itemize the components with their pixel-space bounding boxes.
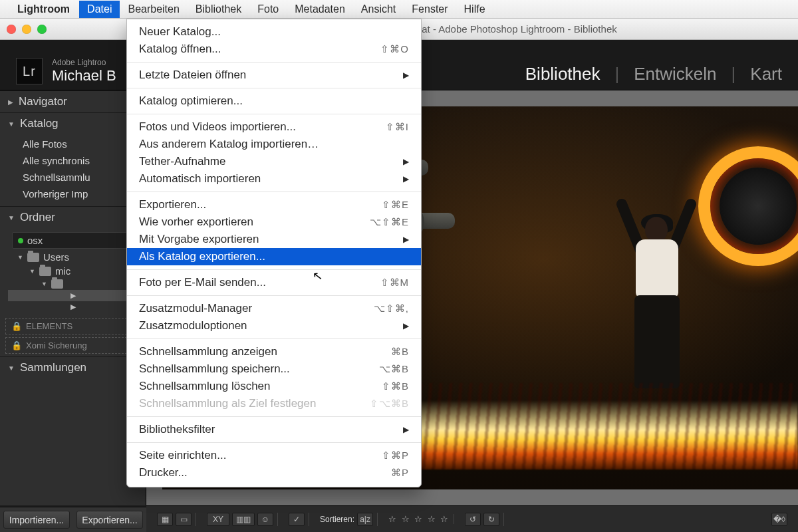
menu-item-label: Katalog öffnen...	[139, 43, 221, 56]
menubar-item-bibliothek[interactable]: Bibliothek	[188, 1, 249, 18]
menu-item[interactable]: Schnellsammlung anzeigen⌘B	[127, 343, 421, 360]
locked-volume[interactable]: 🔒 ELEMENTS	[5, 318, 140, 334]
menubar-item-ansicht[interactable]: Ansicht	[353, 1, 404, 18]
menu-item-label: Schnellsammlung als Ziel festlegen	[139, 397, 316, 410]
folder-row-selected[interactable]: ▶	[8, 290, 146, 301]
folder-row[interactable]: ▼ mic	[8, 264, 146, 278]
submenu-arrow-icon: ▶	[403, 70, 409, 80]
menu-separator	[127, 269, 421, 270]
grid-view-icon[interactable]: ▦	[157, 513, 173, 526]
rotate-ccw-icon[interactable]: ↺	[465, 513, 481, 526]
sort-label: Sortieren:	[320, 515, 354, 524]
menu-item[interactable]: Seite einrichten...⇧⌘P	[127, 447, 421, 464]
menu-item[interactable]: Aus anderem Katalog importieren…	[127, 136, 421, 153]
menu-item-label: Wie vorher exportieren	[139, 215, 253, 229]
loupe-view-icon[interactable]: ▭	[176, 513, 192, 526]
menubar-item-fenster[interactable]: Fenster	[404, 1, 456, 18]
menu-item[interactable]: Bibliotheksfilter▶	[127, 421, 421, 438]
locked-volume[interactable]: 🔒 Xomi Sicherung	[5, 337, 140, 354]
panel-head-sammlungen[interactable]: ▼ Sammlungen	[0, 356, 146, 378]
catalog-item[interactable]: Vorheriger Imp	[0, 186, 146, 202]
menu-item-shortcut: ⌘B	[391, 346, 409, 358]
panel-head-navigator[interactable]: ▶ Navigator	[0, 90, 146, 112]
menu-separator	[127, 442, 421, 443]
menu-item[interactable]: Zusatzmoduloptionen▶	[127, 317, 421, 334]
export-button[interactable]: Exportieren...	[76, 511, 143, 529]
menu-separator	[127, 114, 421, 114]
zoom-icon[interactable]	[37, 25, 47, 34]
menu-item[interactable]: Wie vorher exportieren⌥⇧⌘E	[127, 213, 421, 231]
lock-icon: 🔒	[11, 321, 22, 331]
menu-item[interactable]: Foto per E-Mail senden...⇧⌘M	[127, 274, 421, 291]
menu-item[interactable]: Als Katalog exportieren...	[127, 248, 421, 265]
disclosure-icon: ▶	[8, 98, 13, 106]
menubar-item-hilfe[interactable]: Hilfe	[456, 1, 493, 18]
volume-status-icon	[18, 238, 23, 243]
menubar-item-foto[interactable]: Foto	[249, 1, 287, 18]
disclosure-icon: ▼	[8, 364, 15, 372]
catalog-item[interactable]: Alle Fotos	[0, 136, 146, 152]
folder-row[interactable]: ▶	[8, 301, 146, 313]
menu-item-shortcut: ⇧⌘M	[380, 277, 410, 289]
menu-item[interactable]: Automatisch importieren▶	[127, 170, 421, 188]
left-panel-buttons: Importieren... Exportieren...	[0, 507, 146, 532]
menu-item-label: Tether-Aufnahme	[139, 155, 225, 168]
menu-item[interactable]: Katalog öffnen...⇧⌘O	[127, 41, 421, 58]
menu-item[interactable]: Schnellsammlung speichern...⌥⌘B	[127, 360, 421, 378]
submenu-arrow-icon: ▶	[70, 291, 76, 300]
menu-item[interactable]: Exportieren...⇧⌘E	[127, 196, 421, 213]
menu-item[interactable]: Zusatzmodul-Manager⌥⇧⌘,	[127, 300, 421, 317]
volume-row[interactable]: osx	[12, 232, 142, 249]
people-view-icon[interactable]: ☺	[257, 513, 273, 526]
sort-direction-icon[interactable]: a|z	[357, 513, 373, 526]
folder-icon	[51, 279, 63, 289]
import-button[interactable]: Importieren...	[3, 511, 70, 529]
menubar-item-datei[interactable]: Datei	[79, 1, 120, 18]
menu-item-label: Zusatzmoduloptionen	[139, 319, 247, 332]
mac-menubar: Lightroom Datei Bearbeiten Bibliothek Fo…	[0, 0, 798, 19]
disclosure-icon: ▼	[8, 214, 15, 221]
menu-item-label: Aus anderem Katalog importieren…	[139, 138, 319, 151]
menu-item[interactable]: Katalog optimieren...	[127, 92, 421, 110]
menu-item[interactable]: Mit Vorgabe exportieren▶	[127, 231, 421, 248]
close-icon[interactable]	[7, 25, 16, 34]
menu-item-label: Seite einrichten...	[139, 449, 226, 462]
disclosure-icon: ▼	[41, 281, 47, 287]
painter-icon[interactable]: ✓	[289, 513, 305, 526]
folder-row[interactable]: ▼ Users	[8, 250, 146, 264]
menubar-item-bearbeiten[interactable]: Bearbeiten	[120, 1, 187, 18]
survey-view-icon[interactable]: ▥▥	[232, 513, 255, 526]
menu-item-label: Schnellsammlung anzeigen	[139, 345, 277, 358]
left-panel: ▶ Navigator ▼ Katalog Alle Fotos Alle sy…	[0, 90, 146, 505]
disclosure-icon: ▼	[29, 268, 35, 275]
select-sync-icon[interactable]: �◊	[771, 513, 787, 526]
library-toolbar: ▦ ▭ XY ▥▥ ☺ ✓ Sortieren: a|z ☆ ☆ ☆ ☆ ☆ ↺…	[146, 505, 798, 532]
folder-row[interactable]: ▼	[8, 278, 146, 290]
minimize-icon[interactable]	[22, 25, 31, 34]
menu-separator	[127, 88, 421, 88]
panel-head-ordner[interactable]: ▼ Ordner	[0, 206, 146, 228]
menu-item[interactable]: Letzte Dateien öffnen▶	[127, 66, 421, 84]
menu-item-label: Als Katalog exportieren...	[139, 250, 265, 263]
mouse-cursor-icon: ↖	[312, 268, 324, 284]
menu-item[interactable]: Drucker...⌘P	[127, 464, 421, 481]
menubar-item-metadaten[interactable]: Metadaten	[287, 1, 353, 18]
menu-item-shortcut: ⌘P	[391, 467, 409, 479]
panel-head-katalog[interactable]: ▼ Katalog	[0, 112, 146, 134]
menu-item[interactable]: Neuer Katalog...	[127, 23, 421, 41]
rotate-cw-icon[interactable]: ↻	[483, 513, 499, 526]
menu-item[interactable]: Schnellsammlung löschen⇧⌘B	[127, 378, 421, 395]
compare-view-icon[interactable]: XY	[207, 513, 229, 526]
catalog-item[interactable]: Alle synchronis	[0, 152, 146, 169]
catalog-items: Alle Fotos Alle synchronis Schnellsammlu…	[0, 134, 146, 206]
submenu-arrow-icon: ▶	[403, 425, 409, 434]
menubar-app-name[interactable]: Lightroom	[17, 3, 70, 15]
lock-icon: 🔒	[11, 340, 22, 350]
menu-item-shortcut: ⇧⌘I	[386, 121, 409, 133]
menu-item-label: Zusatzmodul-Manager	[139, 302, 252, 315]
rating-stars[interactable]: ☆ ☆ ☆ ☆ ☆	[388, 514, 450, 524]
menu-item[interactable]: Tether-Aufnahme▶	[127, 153, 421, 170]
catalog-item[interactable]: Schnellsammlu	[0, 169, 146, 186]
folder-name: mic	[55, 265, 70, 277]
menu-item[interactable]: Fotos und Videos importieren...⇧⌘I	[127, 118, 421, 136]
